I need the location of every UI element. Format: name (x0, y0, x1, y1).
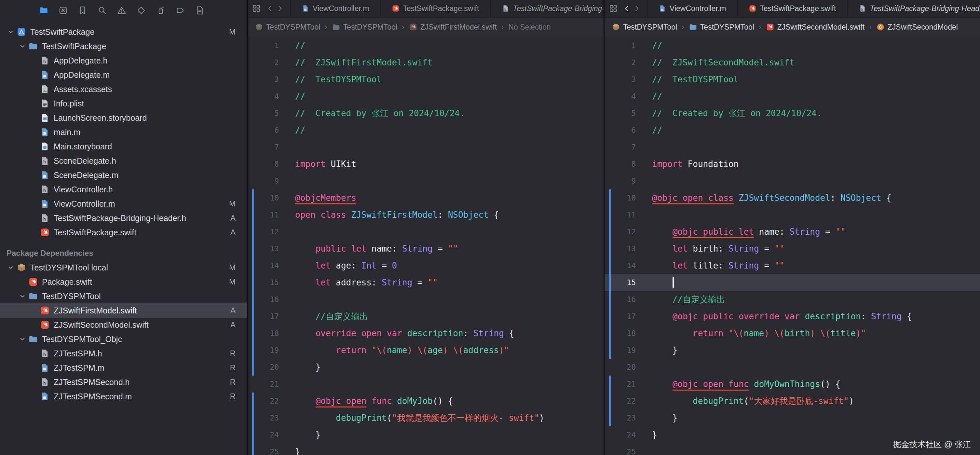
file-name: AppDelegate.m (54, 70, 110, 80)
editor-layout-icon[interactable] (252, 4, 261, 13)
disclosure-chevron-icon[interactable] (17, 336, 28, 343)
code-text: } (652, 413, 678, 423)
breadcrumb-item[interactable]: TestDYSPMTool (332, 23, 397, 32)
tree-item[interactable]: mmain.m (0, 125, 247, 139)
tree-item[interactable]: mViewController.mM (0, 197, 247, 211)
line-number: 6 (605, 126, 636, 134)
tree-item[interactable]: TestDYSPMTool localM (0, 260, 247, 275)
tree-item[interactable]: TestDYSPMTool (0, 289, 247, 303)
tree-item[interactable]: mZJTestSPM.mR (0, 361, 247, 375)
tree-item[interactable]: LaunchScreen.storyboard (0, 111, 247, 125)
editor-tab[interactable]: mViewController.m (648, 0, 738, 17)
breakpoints-navigator-icon[interactable] (175, 5, 185, 16)
file-name: ViewController.h (54, 185, 113, 194)
tree-item[interactable]: hZJTestSPMSecond.hR (0, 375, 247, 389)
find-navigator-icon[interactable] (97, 5, 107, 16)
breadcrumb-item[interactable]: No Selection (509, 23, 551, 32)
project-navigator-icon[interactable] (38, 5, 49, 16)
file-name: TestDYSPMTool (42, 292, 101, 301)
code-line: 20 (605, 359, 980, 375)
code-text: @objc open func doMyJob() { (295, 396, 453, 406)
editor-tab[interactable]: TestSwiftPackage.swift (738, 0, 848, 17)
tree-item[interactable]: Info.plist (0, 96, 247, 111)
code-text: // (652, 41, 662, 51)
tree-item[interactable]: hAppDelegate.h (0, 53, 247, 68)
change-indicator (252, 359, 254, 375)
tree-item[interactable]: ZJSwiftFirstModel.swiftA (0, 303, 247, 318)
change-indicator (252, 274, 254, 291)
svg-text:m: m (43, 130, 46, 136)
reports-navigator-icon[interactable] (194, 5, 205, 16)
tree-item[interactable]: hSceneDelegate.h (0, 154, 247, 168)
breadcrumb-item[interactable]: ZJSwiftFirstModel.swift (409, 23, 497, 32)
code-text: @objc open class ZJSwiftSecondModel: NSO… (652, 193, 891, 203)
code-line: 23 } (605, 409, 980, 426)
back-icon[interactable] (266, 5, 274, 13)
disclosure-chevron-icon[interactable] (5, 28, 16, 35)
code-line: 17 @objc public override var description… (605, 308, 980, 325)
tab-label: TestSwiftPackage.swift (403, 4, 479, 13)
disclosure-chevron-icon[interactable] (5, 264, 16, 271)
code-line: 8import UIKit (248, 156, 603, 172)
code-line: 7 (248, 138, 603, 156)
tree-item[interactable]: mSceneDelegate.m (0, 168, 247, 182)
scm-status-badge: M (229, 199, 235, 208)
forward-icon[interactable] (276, 5, 284, 13)
code-text: // Created by 张江 on 2024/10/24. (652, 108, 822, 119)
code-line: 21 (248, 375, 603, 393)
code-editor-left[interactable]: 1//2// ZJSwiftFirstModel.swift3// TestDY… (248, 37, 603, 455)
code-text: } (652, 345, 678, 355)
bookmarks-navigator-icon[interactable] (78, 5, 88, 16)
breadcrumb-item[interactable]: ZJSwiftSecondModel.swift (766, 23, 864, 32)
editor-tab[interactable]: hTestSwiftPackage-Bridging-Header.h (491, 0, 603, 17)
editor-pane-right: mViewController.mTestSwiftPackage.swifth… (605, 0, 980, 455)
code-editor-right[interactable]: 1//2// ZJSwiftSecondModel.swift3// TestD… (605, 37, 980, 455)
tree-item[interactable]: TestSwiftPackage (0, 39, 247, 53)
file-name: TestSwiftPackage (42, 42, 106, 51)
file-h-icon: h (502, 5, 509, 13)
change-indicator (252, 308, 254, 325)
tree-item[interactable]: mAppDelegate.m (0, 68, 247, 82)
tab-bar: mViewController.mTestSwiftPackage.swifth… (605, 0, 980, 18)
breadcrumb-item[interactable]: TestDYSPMTool (689, 23, 754, 32)
disclosure-chevron-icon[interactable] (17, 293, 28, 300)
source-control-navigator-icon[interactable] (58, 5, 68, 16)
breadcrumb-item[interactable]: CZJSwiftSecondModel (876, 23, 958, 32)
change-indicator (252, 443, 254, 455)
section-header: Package Dependencies (0, 246, 247, 260)
tree-item[interactable]: mZJTestSPMSecond.mR (0, 389, 247, 404)
forward-icon[interactable] (633, 5, 641, 13)
folder-icon (28, 291, 38, 301)
tree-item[interactable]: hViewController.h (0, 182, 247, 197)
line-number: 8 (248, 160, 279, 168)
tree-item[interactable]: Package.swiftM (0, 275, 247, 289)
tree-item[interactable]: TestDYSPMTool_Objc (0, 332, 247, 346)
code-line: 11 (605, 206, 980, 223)
tree-item[interactable]: TestSwiftPackage.swiftA (0, 225, 247, 240)
tests-navigator-icon[interactable] (136, 5, 146, 16)
editor-tab[interactable]: mViewController.m (291, 0, 381, 17)
editor-tab[interactable]: TestSwiftPackage.swift (381, 0, 491, 17)
svg-text:m: m (43, 202, 46, 207)
breadcrumb-item[interactable]: TestDYSPMTool (255, 23, 320, 32)
tree-item[interactable]: ZJSwiftSecondModel.swiftA (0, 318, 247, 332)
file-name: TestSwiftPackage-Bridging-Header.h (54, 213, 186, 223)
tree-item[interactable]: TestSwiftPackageM (0, 25, 247, 39)
editor-layout-icon[interactable] (609, 4, 617, 13)
back-icon[interactable] (623, 5, 631, 13)
line-number: 1 (605, 41, 636, 50)
storyboard-icon (40, 113, 50, 123)
tree-item[interactable]: Assets.xcassets (0, 82, 247, 96)
editor-tab[interactable]: hTestSwiftPackage-Bridging-Header.h (848, 0, 980, 17)
scm-status-badge: M (229, 263, 235, 272)
tree-item[interactable]: Main.storyboard (0, 139, 247, 154)
debug-navigator-icon[interactable] (156, 5, 166, 16)
breadcrumb-item[interactable]: TestDYSPMTool (612, 23, 677, 32)
disclosure-chevron-icon[interactable] (17, 43, 28, 50)
code-line: 9 (248, 172, 603, 189)
tree-item[interactable]: hTestSwiftPackage-Bridging-Header.hA (0, 211, 247, 225)
code-text: debugPrint("大家好我是卧底-swift") (652, 395, 854, 407)
tree-item[interactable]: hZJTestSPM.hR (0, 346, 247, 361)
issues-navigator-icon[interactable] (116, 5, 127, 16)
code-line: 15 let address: String = "" (248, 274, 603, 291)
